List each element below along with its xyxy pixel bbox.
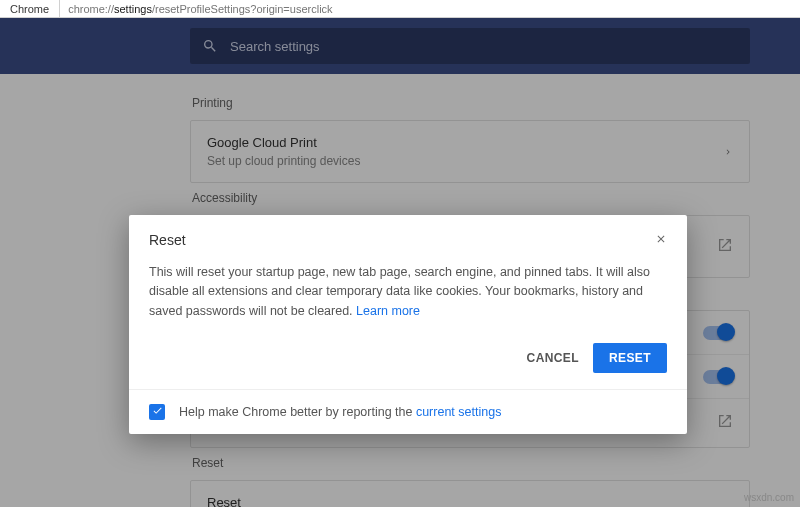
app-label: Chrome	[0, 0, 60, 17]
learn-more-link[interactable]: Learn more	[356, 304, 420, 318]
url[interactable]: chrome://settings/resetProfileSettings?o…	[60, 3, 332, 15]
close-icon	[655, 231, 667, 248]
check-icon	[152, 405, 163, 419]
help-text: Help make Chrome better by reporting the…	[179, 405, 501, 419]
close-button[interactable]	[655, 231, 667, 249]
url-path: /resetProfileSettings?origin=userclick	[152, 3, 333, 15]
help-checkbox[interactable]	[149, 404, 165, 420]
address-bar: Chrome chrome://settings/resetProfileSet…	[0, 0, 800, 18]
url-host: settings	[114, 3, 152, 15]
url-scheme: chrome://	[68, 3, 114, 15]
dialog-body: This will reset your startup page, new t…	[129, 257, 687, 331]
reset-button[interactable]: RESET	[593, 343, 667, 373]
cancel-button[interactable]: CANCEL	[527, 351, 579, 365]
reset-dialog: Reset This will reset your startup page,…	[129, 215, 687, 434]
current-settings-link[interactable]: current settings	[416, 405, 501, 419]
dialog-title: Reset	[149, 232, 655, 248]
watermark: wsxdn.com	[744, 492, 794, 503]
